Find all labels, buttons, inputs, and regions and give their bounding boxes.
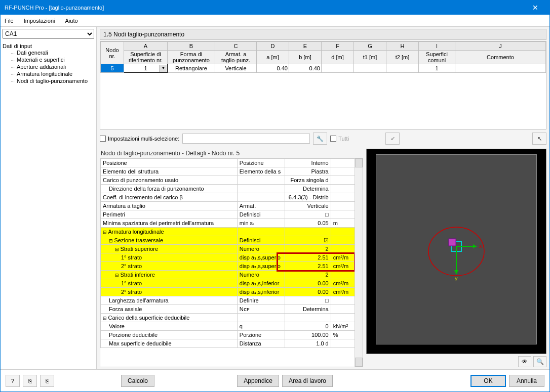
cell-e[interactable]: 0.40 [289, 64, 322, 73]
appendix-button[interactable]: Appendice [237, 375, 279, 387]
cell-h[interactable] [386, 64, 419, 73]
detail-row[interactable]: Coeff. di incremento del carico β6.4.3(3… [101, 193, 363, 202]
detail-row[interactable]: Forza assialeNᴄᴘDetermina [101, 305, 363, 314]
detail-row[interactable]: Porzione deducibilePorzione100.00% [101, 331, 363, 339]
detail-row[interactable]: 1° stratodisp a₁,s,inferior0.00cm²/m [101, 279, 363, 288]
menu-bar: File Impostazioni Aiuto [1, 15, 549, 27]
tree-item-materials[interactable]: Materiali e superfici [3, 56, 94, 63]
detail-row[interactable]: Sezione trasversaleDefinisci☑ [101, 236, 363, 245]
col-I[interactable]: I [419, 42, 455, 51]
detail-row[interactable]: 2° stratodisp a₂,s,inferior0.00cm²/m [101, 288, 363, 296]
check-icon[interactable]: ✔ [385, 133, 400, 145]
preview-graphic: x y [413, 208, 499, 294]
head-b: Forma di punzonamento [168, 51, 215, 64]
cell-b[interactable]: Rettangolare [168, 64, 215, 73]
detail-row[interactable]: 1° stratodisp a₁,s,superio2.51cm²/m [101, 253, 363, 262]
menu-settings[interactable]: Impostazioni [22, 17, 57, 25]
main-grid[interactable]: Nodo nr. A B C D E F G H I J Superficie … [100, 41, 546, 129]
col-H[interactable]: H [386, 42, 419, 51]
details-grid[interactable]: PosizionePosizioneInternoElemento dell s… [100, 158, 363, 367]
multi-label: Impostazioni multi-selezione: [108, 136, 179, 142]
tree-item-punching-nodes[interactable]: Nodi di taglio-punzonamento [3, 77, 94, 84]
cell-j[interactable] [455, 64, 546, 73]
zoom-icon[interactable]: 🔍 [533, 356, 546, 367]
svg-marker-7 [454, 270, 458, 274]
multi-checkbox[interactable] [100, 136, 106, 142]
cell-i[interactable]: 1 [419, 64, 455, 73]
window-title: RF-PUNCH Pro - [taglio-punzonamento] [5, 5, 525, 11]
cell-c[interactable]: Verticale [215, 64, 257, 73]
calc-button[interactable]: Calcolo [121, 375, 154, 387]
close-icon[interactable]: ✕ [525, 4, 545, 12]
multi-input[interactable] [182, 134, 310, 144]
cell-g[interactable] [354, 64, 386, 73]
export2-icon[interactable]: ⎘ [40, 375, 54, 387]
ok-button[interactable]: OK [470, 375, 506, 387]
details-panel: Nodo di taglio-punzonamento - Dettagli -… [100, 149, 363, 367]
tutti-label: Tutti [338, 136, 349, 142]
svg-text:x: x [479, 243, 482, 249]
head-a: Superficie di riferimento nr. [124, 51, 168, 64]
left-panel: CA1 Dati di input Dati generali Material… [1, 27, 97, 369]
cell-d[interactable]: 0.40 [257, 64, 289, 73]
eye-icon[interactable]: 👁 [518, 356, 531, 367]
col-A[interactable]: A [124, 42, 168, 51]
tree-item-general[interactable]: Dati generali [3, 49, 94, 56]
detail-row[interactable]: Larghezza dell'armaturaDefinire□ [101, 296, 363, 305]
col-D[interactable]: D [257, 42, 289, 51]
detail-row[interactable]: Strati superioreNumero2 [101, 245, 363, 253]
detail-row[interactable]: Valoreq0kN/m² [101, 322, 363, 331]
cell-f[interactable] [322, 64, 354, 73]
col-node: Nodo nr. [101, 42, 124, 64]
tree-item-reinforcement[interactable]: Armatura longitudinale [3, 70, 94, 77]
case-combo[interactable]: CA1 [3, 29, 94, 39]
detail-row[interactable]: Max superficie deducibileDistanza1.0 d [101, 339, 363, 348]
detail-row[interactable]: 2° stratodisp a₂,s,superio2.51cm²/m [101, 262, 363, 271]
row-nr[interactable]: 5 [101, 64, 124, 73]
col-B[interactable]: B [168, 42, 215, 51]
cell-a[interactable]: 1▼ [124, 64, 168, 73]
detail-row[interactable]: Carico della superficie deducibile [101, 314, 363, 322]
dropdown-icon[interactable]: ▼ [160, 65, 167, 72]
detail-row[interactable]: Carico di punzonamento usatoForza singol… [101, 176, 363, 185]
cursor-icon[interactable]: ↖ [532, 133, 546, 145]
grid-row[interactable]: 5 1▼ Rettangolare Verticale 0.40 0.40 1 [101, 64, 546, 73]
col-J[interactable]: J [455, 42, 546, 51]
detail-row[interactable]: PerimetriDefinisci□ [101, 210, 363, 219]
footer: ? ⎘ ⎘ Calcolo Appendice Area di lavoro O… [1, 369, 549, 391]
col-E[interactable]: E [289, 42, 322, 51]
right-panel: 1.5 Nodi taglio-punzonamento Nodo nr. A … [97, 27, 549, 369]
svg-rect-2 [449, 239, 456, 246]
head-d: a [m] [257, 51, 289, 64]
title-bar: RF-PUNCH Pro - [taglio-punzonamento] ✕ [1, 1, 549, 15]
help-icon[interactable]: ? [6, 375, 20, 387]
col-F[interactable]: F [322, 42, 354, 51]
detail-row[interactable]: Direzione della forza di punzonamentoDet… [101, 185, 363, 193]
export-icon[interactable]: ⎘ [23, 375, 37, 387]
tree-item-openings[interactable]: Aperture addizionali [3, 63, 94, 70]
menu-file[interactable]: File [3, 17, 16, 25]
tutti-checkbox[interactable] [330, 136, 336, 142]
col-G[interactable]: G [354, 42, 386, 51]
pick-icon[interactable]: 🔧 [313, 133, 327, 145]
head-e: b [m] [289, 51, 322, 64]
workspace-button[interactable]: Area di lavoro [282, 375, 333, 387]
detail-row[interactable]: PosizionePosizioneInterno [101, 159, 363, 167]
head-i: Superfici comuni [419, 51, 455, 64]
tree-root[interactable]: Dati di input [3, 43, 94, 49]
preview-panel: x y 👁 🔍 [366, 149, 546, 367]
head-f: d [m] [322, 51, 354, 64]
detail-row[interactable]: Elemento dell strutturaElemento della sP… [101, 167, 363, 176]
col-C[interactable]: C [215, 42, 257, 51]
detail-row[interactable]: Armatura a taglioArmat.Verticale [101, 202, 363, 210]
scrollbar[interactable] [355, 158, 363, 367]
detail-row[interactable]: Armatura longitudinale [101, 228, 363, 236]
menu-help[interactable]: Aiuto [63, 17, 80, 25]
head-g: t1 [m] [354, 51, 386, 64]
detail-row[interactable]: Strati inferioreNumero2 [101, 271, 363, 279]
detail-row[interactable]: Minima spaziatura dei perimetri dell'arm… [101, 219, 363, 228]
cancel-button[interactable]: Annulla [509, 375, 544, 387]
nav-tree: Dati di input Dati generali Materiali e … [1, 41, 96, 369]
section-title: 1.5 Nodi taglio-punzonamento [100, 29, 546, 40]
preview-canvas[interactable]: x y [366, 149, 546, 354]
